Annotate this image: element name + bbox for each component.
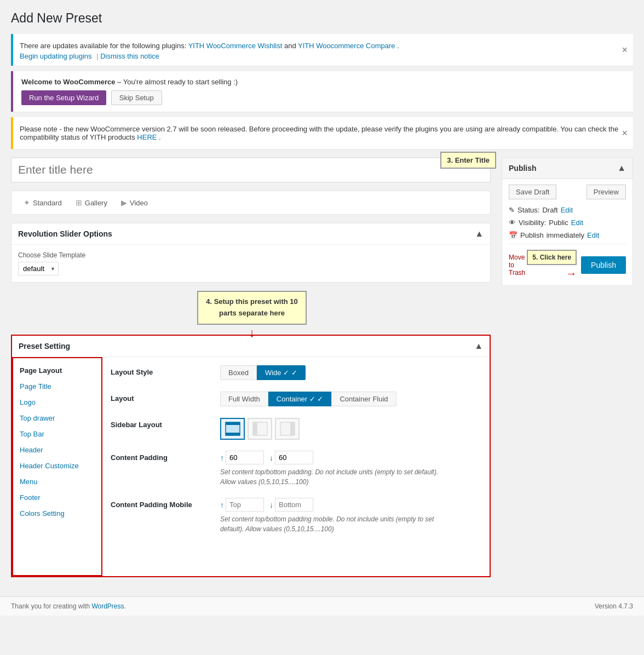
content-padding-label: Content Padding [111,451,215,462]
padding-bottom-group: ↓ [269,451,313,464]
notice3-dismiss-button[interactable]: × [622,128,628,138]
tab-gallery[interactable]: ⊞ Gallery [70,196,113,210]
sidebar-item-colors-setting[interactable]: Colors Setting [13,505,101,521]
padding-top-input[interactable] [226,451,264,464]
tab-video[interactable]: ▶ Video [116,196,153,210]
layout-style-row: Layout Style Boxed Wide ✓ [111,365,481,381]
svg-rect-6 [290,422,295,435]
content-padding-mobile-row: Content Padding Mobile ↑ ↓ [111,498,481,534]
plugin1-link[interactable]: YITH WooCommerce Wishlist [188,42,283,50]
content-padding-controls: ↑ ↓ Set content top/bottom padding. Do n… [220,451,481,487]
preset-setting-metabox: Preset Setting ▲ Page Layout Page Title … [11,335,491,577]
publish-actions: Save Draft Preview [509,185,626,199]
sidebar-item-page-layout[interactable]: Page Layout [13,363,101,378]
revolution-slider-collapse[interactable]: ▲ [475,229,484,239]
preset-content: Layout Style Boxed Wide ✓ Layout [102,357,490,576]
sidebar-item-header[interactable]: Header [13,442,101,458]
layout-style-controls: Boxed Wide ✓ [220,365,481,380]
tab-standard[interactable]: ✦ Standard [18,196,67,210]
notice1-dismiss-button[interactable]: × [622,45,628,55]
publish-time: 📅 Publish immediately Edit [509,231,626,239]
layout-full-width-button[interactable]: Full Width [220,392,268,406]
sidebar-left-svg [252,421,268,436]
publish-metabox: Publish ▲ Save Draft Preview ✎ Status: D… [502,157,633,286]
here-link[interactable]: HERE [137,133,157,141]
revolution-slider-metabox: Revolution Slider Options ▲ Choose Slide… [11,223,491,283]
preset-setting-collapse[interactable]: ▲ [474,341,483,351]
publish-header: Publish ▲ [502,158,633,179]
layout-buttons: Full Width Container ✓ Container Fluid [220,392,481,406]
padding-mobile-help-text: Set content top/bottom padding mobile. D… [220,514,439,534]
sidebar-item-logo[interactable]: Logo [13,394,101,410]
padding-mobile-bottom-input[interactable] [275,498,313,512]
status-edit-link[interactable]: Edit [561,206,573,214]
begin-updating-link[interactable]: Begin updating plugins [20,52,92,60]
content-right: Publish ▲ Save Draft Preview ✎ Status: D… [502,157,633,286]
padding-bottom-down-arrow: ↓ [269,453,273,462]
sidebar-item-top-bar[interactable]: Top Bar [13,426,101,442]
padding-mobile-top-input[interactable] [226,498,264,512]
revolution-slider-body: Choose Slide Template default [12,245,490,282]
layout-label: Layout [111,392,215,403]
title-input[interactable] [11,157,491,182]
standard-icon: ✦ [24,198,30,207]
preview-button[interactable]: Preview [586,185,626,199]
save-draft-button[interactable]: Save Draft [509,185,556,199]
publish-body: Save Draft Preview ✎ Status: Draft Edit … [502,179,633,285]
plugin-update-notice: There are updates available for the foll… [11,34,633,66]
dismiss-notice-link[interactable]: Dismiss this notice [96,52,159,60]
layout-row: Layout Full Width Container ✓ Container … [111,392,481,407]
woo-setup-buttons: Run the Setup Wizard Skip Setup [21,90,625,105]
sidebar-item-footer[interactable]: Footer [13,490,101,505]
sidebar-item-header-customize[interactable]: Header Customize [13,458,101,474]
step5-annotation-wrapper: 5. Click here → [527,250,577,280]
svg-rect-2 [226,433,240,435]
step4-arrow-down: ↓ [197,326,307,340]
calendar-icon: 📅 [509,231,518,239]
sidebar-item-top-drawer[interactable]: Top drawer [13,410,101,426]
publish-collapse[interactable]: ▲ [617,163,626,173]
layout-boxed-button[interactable]: Boxed [220,365,257,380]
visibility-icon: 👁 [509,219,516,227]
publish-time-edit-link[interactable]: Edit [587,231,599,239]
template-select[interactable]: default [18,262,59,275]
publish-button[interactable]: Publish [581,256,626,274]
content-left: 3. Enter Title ✦ Standard ⊞ Gallery ▶ Vi… [11,157,491,585]
sidebar-item-menu[interactable]: Menu [13,474,101,490]
run-setup-wizard-button[interactable]: Run the Setup Wizard [21,90,106,105]
padding-bottom-input[interactable] [275,451,313,464]
wordpress-link[interactable]: WordPress [91,602,124,610]
publish-visibility: 👁 Visibility: Public Edit [509,219,626,227]
layout-container-button[interactable]: Container ✓ [268,392,332,406]
publish-bottom: Move to Trash 5. Click here → Publish [509,244,626,280]
sidebar-layout-row: Sidebar Layout [111,418,481,440]
padding-inputs: ↑ ↓ [220,451,481,464]
layout-style-label: Layout Style [111,365,215,376]
preset-body: Page Layout Page Title Logo Top drawer T… [12,357,490,576]
sidebar-icons-group [220,418,481,440]
layout-wide-button[interactable]: Wide ✓ [257,365,306,380]
sidebar-item-page-title[interactable]: Page Title [13,378,101,394]
publish-right-area: 5. Click here → Publish [527,250,626,280]
main-content: 3. Enter Title ✦ Standard ⊞ Gallery ▶ Vi… [11,157,633,585]
gallery-icon: ⊞ [76,198,82,207]
revolution-slider-title: Revolution Slider Options [18,229,112,238]
revolution-slider-header[interactable]: Revolution Slider Options ▲ [12,223,490,245]
layout-style-buttons: Boxed Wide ✓ [220,365,481,380]
sidebar-left-icon[interactable] [248,418,272,440]
svg-rect-4 [253,422,257,435]
padding-top-group: ↑ [220,451,264,464]
trash-link[interactable]: Move to Trash [509,254,527,277]
visibility-edit-link[interactable]: Edit [571,219,583,227]
skip-setup-button[interactable]: Skip Setup [111,90,162,105]
padding-mobile-bottom-down-arrow: ↓ [269,501,273,509]
preset-setting-title: Preset Setting [19,342,70,351]
sidebar-right-icon[interactable] [275,418,300,440]
sidebar-full-icon[interactable] [220,418,245,440]
content-padding-mobile-label: Content Padding Mobile [111,498,215,509]
page-footer: Thank you for creating with WordPress. V… [0,596,644,616]
layout-container-fluid-button[interactable]: Container Fluid [331,392,396,406]
step4-box: 4. Setup this preset with 10 parts separ… [197,291,307,325]
plugin2-link[interactable]: YITH Woocommerce Compare [298,42,395,50]
page-title: Add New Preset [11,11,633,26]
